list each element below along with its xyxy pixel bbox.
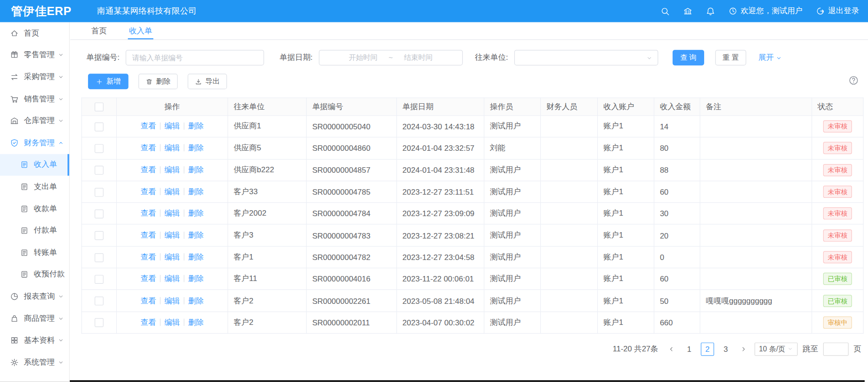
- page-number-3[interactable]: 3: [719, 343, 732, 356]
- page-number-1[interactable]: 1: [683, 343, 696, 356]
- edit-link[interactable]: 编辑: [164, 230, 180, 239]
- sidebar-item-system[interactable]: 系统管理: [0, 351, 69, 373]
- add-button[interactable]: 新增: [88, 74, 129, 89]
- account-cell: 账户1: [597, 290, 654, 312]
- help-icon[interactable]: [849, 75, 859, 85]
- row-checkbox[interactable]: [94, 318, 103, 327]
- view-link[interactable]: 查看: [141, 318, 156, 326]
- action-separator: [184, 122, 184, 130]
- edit-link[interactable]: 编辑: [164, 208, 180, 217]
- row-checkbox[interactable]: [94, 166, 103, 175]
- next-page-button[interactable]: [737, 343, 750, 355]
- doc-icon: [20, 226, 29, 235]
- sidebar-item-base-data[interactable]: 基本资料: [0, 329, 69, 351]
- edit-link[interactable]: 编辑: [164, 318, 180, 326]
- account-cell: 账户1: [597, 203, 654, 225]
- sidebar-item-goods[interactable]: 商品管理: [0, 308, 69, 329]
- view-link[interactable]: 查看: [141, 208, 156, 217]
- edit-link[interactable]: 编辑: [164, 143, 180, 152]
- doc-no-input[interactable]: [125, 50, 264, 65]
- view-link[interactable]: 查看: [141, 187, 156, 196]
- search-button[interactable]: 查 询: [672, 50, 704, 65]
- delete-link[interactable]: 删除: [188, 143, 204, 152]
- action-separator: [184, 253, 184, 260]
- sidebar-item-expense-doc[interactable]: 支出单: [0, 176, 69, 198]
- edit-link[interactable]: 编辑: [164, 187, 180, 196]
- sidebar-item-sales[interactable]: 销售管理: [0, 88, 69, 110]
- edit-link[interactable]: 编辑: [164, 252, 180, 261]
- logout-button[interactable]: 退出登录: [816, 6, 859, 16]
- date-range-picker[interactable]: 开始时间 ~ 结束时间: [319, 50, 462, 65]
- sidebar-item-prepayment[interactable]: 收预付款: [0, 264, 69, 286]
- doc-no-cell: SR00000004857: [306, 159, 397, 181]
- delete-link[interactable]: 删除: [188, 252, 204, 261]
- view-link[interactable]: 查看: [141, 230, 156, 239]
- action-separator: [160, 122, 161, 130]
- export-button[interactable]: 导出: [188, 74, 227, 89]
- delete-link[interactable]: 删除: [188, 208, 204, 217]
- sidebar-item-warehouse[interactable]: 仓库管理: [0, 110, 69, 132]
- row-checkbox[interactable]: [94, 275, 103, 283]
- delete-link[interactable]: 删除: [188, 274, 204, 282]
- expand-link[interactable]: 展开: [758, 53, 782, 63]
- sidebar-item-retail[interactable]: 零售管理: [0, 44, 69, 66]
- delete-button[interactable]: 删除: [138, 74, 178, 89]
- delete-link[interactable]: 删除: [188, 187, 204, 196]
- amount-cell: 30: [654, 203, 700, 225]
- edit-link[interactable]: 编辑: [164, 296, 180, 304]
- partner-cell: 客户1: [228, 246, 306, 268]
- view-link[interactable]: 查看: [141, 274, 156, 282]
- bank-icon[interactable]: [683, 6, 693, 16]
- row-checkbox[interactable]: [94, 297, 103, 305]
- select-all-checkbox[interactable]: [94, 103, 103, 111]
- view-link[interactable]: 查看: [141, 296, 156, 304]
- view-link[interactable]: 查看: [141, 165, 156, 174]
- page-unit-label: 页: [853, 344, 861, 354]
- delete-link[interactable]: 删除: [188, 122, 204, 130]
- edit-link[interactable]: 编辑: [164, 122, 180, 130]
- amount-cell: 14: [654, 116, 700, 138]
- sidebar-item-payment-doc[interactable]: 付款单: [0, 220, 69, 242]
- reset-button[interactable]: 重 置: [716, 50, 746, 65]
- sidebar-item-purchase[interactable]: 采购管理: [0, 66, 69, 88]
- sidebar-item-reports[interactable]: 报表查询: [0, 286, 69, 308]
- tab-income[interactable]: 收入单: [129, 22, 152, 40]
- row-checkbox[interactable]: [94, 188, 103, 196]
- view-link[interactable]: 查看: [141, 252, 156, 261]
- sidebar-item-receipt-doc[interactable]: 收款单: [0, 198, 69, 220]
- column-header: 单据日期: [397, 98, 484, 116]
- finance-staff-cell: [540, 159, 597, 181]
- toolbar: 新增 删除 导出: [70, 73, 868, 90]
- sidebar-item-income-doc[interactable]: 收入单: [0, 154, 69, 176]
- page-number-2[interactable]: 2: [701, 343, 714, 356]
- header-actions: 欢迎您，测试用户 退出登录: [660, 6, 859, 16]
- bell-icon[interactable]: [706, 6, 716, 16]
- column-header: 操作: [116, 98, 228, 116]
- jump-page-input[interactable]: [823, 343, 849, 356]
- row-checkbox[interactable]: [94, 253, 103, 262]
- sidebar-item-home[interactable]: 首页: [0, 22, 69, 44]
- view-link[interactable]: 查看: [141, 143, 156, 152]
- sidebar-item-transfer-doc[interactable]: 转账单: [0, 242, 69, 264]
- delete-link[interactable]: 删除: [188, 318, 204, 326]
- status-cell: 未审核: [812, 116, 863, 138]
- row-checkbox[interactable]: [94, 122, 103, 131]
- tab-home[interactable]: 首页: [91, 22, 107, 40]
- delete-link[interactable]: 删除: [188, 296, 204, 304]
- row-checkbox[interactable]: [94, 209, 103, 218]
- view-link[interactable]: 查看: [141, 122, 156, 130]
- row-checkbox[interactable]: [94, 231, 103, 240]
- welcome-user[interactable]: 欢迎您，测试用户: [728, 6, 803, 16]
- row-checkbox[interactable]: [94, 144, 103, 153]
- column-header: 状态: [812, 98, 863, 116]
- delete-link[interactable]: 删除: [188, 230, 204, 239]
- search-icon[interactable]: [660, 6, 670, 16]
- delete-link[interactable]: 删除: [188, 165, 204, 174]
- edit-link[interactable]: 编辑: [164, 274, 180, 282]
- edit-link[interactable]: 编辑: [164, 165, 180, 174]
- remark-cell: [700, 203, 812, 225]
- page-size-select[interactable]: 10 条/页: [754, 343, 798, 356]
- prev-page-button[interactable]: [665, 343, 678, 355]
- sidebar-item-finance[interactable]: 财务管理: [0, 132, 69, 154]
- partner-select[interactable]: [514, 50, 658, 65]
